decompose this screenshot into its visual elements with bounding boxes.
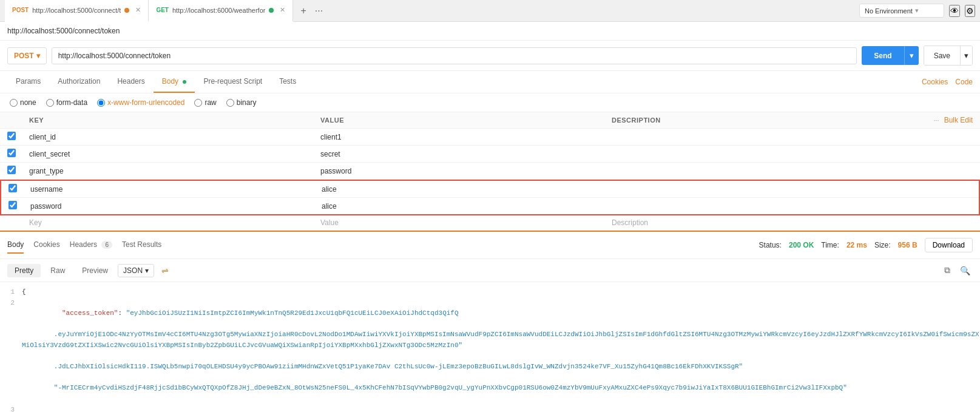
- tab-get[interactable]: GET http://localhost:6000/weatherfor ✕: [149, 0, 293, 22]
- new-param-description[interactable]: Description: [612, 218, 973, 227]
- radio-raw[interactable]: raw: [194, 98, 216, 107]
- key-grant-type: grant_type: [29, 167, 320, 175]
- send-dropdown-button[interactable]: ▾: [904, 46, 919, 65]
- radio-binary-input[interactable]: [226, 99, 234, 107]
- radio-none-input[interactable]: [10, 99, 18, 107]
- url-input[interactable]: [52, 47, 857, 64]
- tab-post-method: POST: [12, 7, 29, 13]
- resp-body-tab-raw[interactable]: Raw: [43, 264, 72, 277]
- add-tab-button[interactable]: +: [298, 3, 308, 19]
- key-password: password: [30, 202, 322, 211]
- col-header-actions: ··· Bulk Edit: [933, 116, 973, 124]
- search-icon[interactable]: 🔍: [958, 263, 973, 278]
- tab-actions: + ···: [298, 3, 325, 19]
- resp-tab-body[interactable]: Body: [7, 237, 24, 254]
- col-header-value: VALUE: [320, 117, 612, 124]
- radio-binary[interactable]: binary: [226, 98, 257, 107]
- code-line-1: 1 {: [0, 287, 980, 298]
- key-username: username: [30, 185, 322, 194]
- tab-authorization[interactable]: Authorization: [49, 71, 109, 93]
- more-options-icon[interactable]: ···: [933, 117, 939, 124]
- checkbox-client-secret[interactable]: [7, 149, 16, 157]
- col-header-description: DESCRIPTION: [612, 117, 933, 124]
- method-chevron-icon: ▾: [36, 52, 40, 60]
- radio-raw-label: raw: [204, 98, 216, 107]
- radio-urlencoded-input[interactable]: [97, 99, 105, 107]
- code-line-2: 2 "access_token": "eyJhbGciOiJSUzI1NiIsI…: [0, 298, 980, 405]
- environment-label: No Environment: [865, 7, 913, 15]
- new-param-key[interactable]: Key: [29, 218, 320, 227]
- params-table: client_id client1 client_secret secret g…: [0, 129, 980, 231]
- checkbox-password[interactable]: [8, 201, 17, 209]
- radio-form-data-input[interactable]: [46, 99, 54, 107]
- size-value: 956 B: [898, 241, 917, 249]
- save-button[interactable]: Save: [924, 46, 960, 65]
- tab-bar-right: No Environment ▾ 👁 ⚙: [859, 4, 975, 18]
- code-link[interactable]: Code: [955, 78, 973, 86]
- environment-dropdown[interactable]: No Environment ▾: [859, 4, 944, 18]
- checkbox-username[interactable]: [8, 184, 17, 192]
- method-select[interactable]: POST ▾: [7, 47, 47, 64]
- cookies-link[interactable]: Cookies: [922, 78, 948, 86]
- bulk-edit-button[interactable]: Bulk Edit: [944, 116, 973, 124]
- time-value: 22 ms: [847, 241, 867, 249]
- table-header: KEY VALUE DESCRIPTION ··· Bulk Edit: [0, 112, 980, 129]
- response-status: Status: 200 OK Time: 22 ms Size: 956 B D…: [759, 238, 973, 252]
- save-button-group: Save ▾: [924, 46, 973, 66]
- tab-get-dot: [269, 8, 274, 13]
- table-row: password alice: [1, 198, 979, 214]
- copy-icon[interactable]: ⧉: [942, 263, 953, 278]
- val-client-secret: secret: [320, 150, 612, 158]
- save-dropdown-button[interactable]: ▾: [960, 46, 972, 65]
- val-username: alice: [322, 185, 613, 194]
- format-select[interactable]: JSON ▾: [118, 264, 154, 277]
- send-button[interactable]: Send: [862, 46, 904, 65]
- tab-close-icon[interactable]: ✕: [135, 6, 141, 14]
- tab-get-close-icon[interactable]: ✕: [280, 6, 285, 14]
- settings-icon[interactable]: ⚙: [965, 5, 975, 17]
- new-param-row: Key Value Description: [0, 215, 980, 231]
- tab-body[interactable]: Body: [154, 71, 195, 93]
- tab-params[interactable]: Params: [7, 71, 49, 93]
- tab-post-url: http://localhost:5000/connect/t: [32, 7, 121, 14]
- tab-headers[interactable]: Headers: [109, 71, 153, 93]
- tab-get-url: http://localhost:6000/weatherfor: [172, 7, 265, 14]
- resp-body-tab-pretty[interactable]: Pretty: [7, 264, 41, 277]
- tab-post[interactable]: POST http://localhost:5000/connect/t ✕: [5, 0, 149, 22]
- val-grant-type: password: [320, 167, 612, 175]
- resp-tab-cookies[interactable]: Cookies: [33, 237, 59, 254]
- row-check-1[interactable]: [7, 132, 29, 142]
- row-check-3[interactable]: [7, 166, 29, 176]
- size-label: Size:: [874, 241, 891, 249]
- headers-badge: 6: [101, 241, 112, 249]
- tab-tests[interactable]: Tests: [271, 71, 305, 93]
- address-bar: http://localhost:5000/connect/token: [0, 22, 980, 41]
- format-label: JSON: [123, 266, 143, 275]
- code-content: "access_token": "eyJhbGciOiJSUzI1NiIsImt…: [22, 298, 980, 405]
- new-param-value[interactable]: Value: [320, 218, 612, 227]
- table-row: client_id client1: [0, 129, 980, 146]
- checkbox-grant-type[interactable]: [7, 166, 16, 174]
- status-value: 200 OK: [789, 241, 814, 249]
- resp-tab-headers[interactable]: Headers 6: [70, 237, 112, 254]
- radio-none[interactable]: none: [10, 98, 36, 107]
- address-url: http://localhost:5000/connect/token: [7, 27, 120, 35]
- tab-pre-request[interactable]: Pre-request Script: [195, 71, 271, 93]
- line-number: 3: [0, 405, 22, 412]
- resp-body-tab-preview[interactable]: Preview: [75, 264, 115, 277]
- resp-tab-test-results[interactable]: Test Results: [122, 237, 161, 254]
- checkbox-client-id[interactable]: [7, 132, 16, 140]
- code-line-3: 3 "expires_in": 3600,: [0, 405, 980, 412]
- val-password: alice: [322, 202, 613, 211]
- more-tabs-button[interactable]: ···: [313, 3, 325, 19]
- download-button[interactable]: Download: [925, 238, 973, 252]
- radio-form-data[interactable]: form-data: [46, 98, 87, 107]
- radio-urlencoded-label: x-www-form-urlencoded: [107, 98, 184, 107]
- radio-raw-input[interactable]: [194, 99, 202, 107]
- wrap-icon[interactable]: ⇌: [161, 266, 169, 275]
- code-content: {: [22, 287, 980, 298]
- code-area: 1 { 2 "access_token": "eyJhbGciOiJSUzI1N…: [0, 282, 980, 412]
- row-check-2[interactable]: [7, 149, 29, 159]
- eye-icon[interactable]: 👁: [949, 5, 960, 17]
- radio-urlencoded[interactable]: x-www-form-urlencoded: [97, 98, 184, 107]
